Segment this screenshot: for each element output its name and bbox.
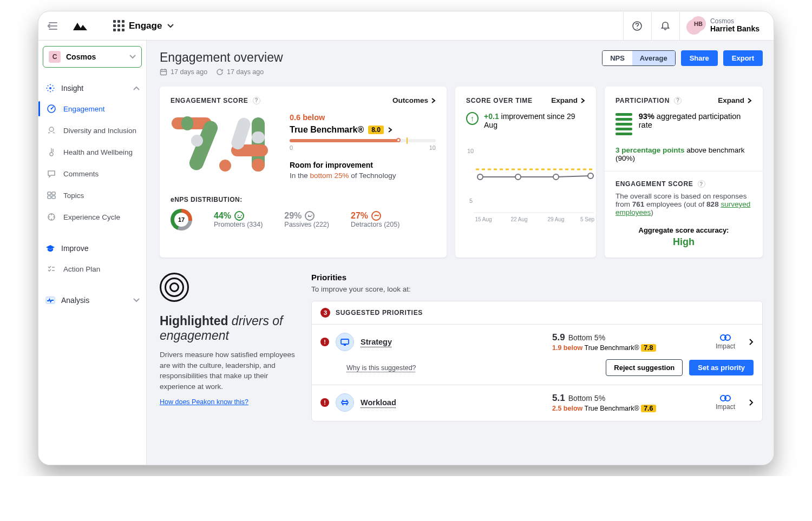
why-suggested-link[interactable]: Why is this suggested? bbox=[346, 364, 416, 372]
svg-rect-23 bbox=[181, 116, 193, 130]
svg-rect-44 bbox=[341, 339, 349, 344]
svg-point-12 bbox=[51, 108, 53, 110]
sidebar-item-label: Engagement bbox=[63, 105, 105, 113]
svg-rect-21 bbox=[161, 70, 167, 75]
svg-point-38 bbox=[588, 173, 593, 179]
svg-rect-17 bbox=[48, 196, 51, 199]
share-button[interactable]: Share bbox=[681, 50, 718, 66]
svg-point-2 bbox=[49, 87, 51, 89]
room-text: In the bottom 25% of Technology bbox=[290, 172, 436, 180]
svg-point-1 bbox=[637, 28, 638, 29]
smile-face-icon bbox=[234, 211, 244, 221]
accuracy-label: Aggregate score accuracy: bbox=[615, 226, 752, 234]
priority-score: 5.9Bottom 5% 1.9 below True Benchmark® 7… bbox=[552, 332, 698, 352]
sidebar-section-improve[interactable]: Improve bbox=[43, 239, 142, 258]
svg-text:5 Sep: 5 Sep bbox=[580, 216, 595, 222]
meta-refresh: 17 days ago bbox=[216, 68, 264, 76]
drivers-heading: Highlighted drivers of engagement bbox=[160, 314, 300, 343]
sidebar-item-engagement[interactable]: Engagement bbox=[43, 98, 142, 120]
sidebar-item-label: Comments bbox=[63, 170, 99, 178]
sidebar-item-label: Diversity and Inclusion bbox=[63, 127, 136, 135]
sidebar-item-topics[interactable]: Topics bbox=[43, 184, 142, 206]
priority-name-link[interactable]: Workload bbox=[361, 398, 396, 407]
topics-icon bbox=[46, 190, 57, 201]
main-content: Engagement overview 17 days ago 17 days … bbox=[147, 41, 774, 465]
improvement-text: +0.1 improvement since 29 Aug bbox=[484, 112, 585, 129]
page-title: Engagement overview bbox=[160, 50, 283, 65]
suggested-count-badge: 3 bbox=[320, 308, 330, 318]
chevron-down-icon bbox=[167, 24, 174, 28]
svg-rect-25 bbox=[191, 135, 203, 147]
participation-rate: 93% aggregated participation rate bbox=[639, 112, 752, 129]
sidebar-item-health[interactable]: Health and Wellbeing bbox=[43, 141, 142, 163]
how-does-peakon-know-link[interactable]: How does Peakon know this? bbox=[160, 398, 248, 406]
svg-rect-18 bbox=[52, 196, 55, 199]
svg-point-4 bbox=[50, 91, 51, 93]
neutral-face-icon bbox=[305, 211, 315, 221]
svg-point-3 bbox=[50, 84, 51, 85]
toggle-average[interactable]: Average bbox=[632, 51, 675, 65]
score-over-time-chart: 10 5 15 Aug 22 Aug 29 Aug bbox=[466, 143, 596, 225]
product-logo-icon bbox=[70, 16, 90, 36]
svg-rect-16 bbox=[52, 192, 55, 195]
sparkle-icon bbox=[45, 83, 56, 94]
chevron-right-icon[interactable] bbox=[749, 339, 754, 345]
app-name: Engage bbox=[129, 21, 162, 31]
enps-label: eNPS DISTRIBUTION: bbox=[171, 196, 436, 203]
outcomes-link[interactable]: Outcomes bbox=[392, 96, 436, 104]
detractors-label: Detractors (205) bbox=[351, 221, 400, 228]
org-selector[interactable]: C Cosmos bbox=[43, 46, 142, 68]
chevron-right-icon[interactable] bbox=[749, 399, 754, 406]
svg-text:29 Aug: 29 Aug bbox=[547, 216, 564, 222]
cycle-icon bbox=[46, 212, 57, 222]
help-icon[interactable]: ? bbox=[253, 97, 260, 104]
sidebar-item-diversity[interactable]: Diversity and Inclusion bbox=[43, 120, 142, 141]
export-button[interactable]: Export bbox=[723, 50, 763, 66]
svg-point-13 bbox=[49, 127, 54, 131]
org-name: Cosmos bbox=[66, 52, 96, 61]
svg-point-5 bbox=[47, 88, 48, 89]
sidebar-section-insight[interactable]: Insight bbox=[43, 78, 142, 98]
sidebar-item-action-plan[interactable]: Action Plan bbox=[43, 258, 142, 280]
avatar-icon: C HB bbox=[686, 16, 706, 36]
sidebar-section-analysis[interactable]: Analysis bbox=[43, 291, 142, 310]
svg-point-8 bbox=[53, 85, 54, 87]
expand-link[interactable]: Expand bbox=[551, 96, 585, 104]
user-menu[interactable]: C HB Cosmos Harriet Banks bbox=[679, 12, 766, 40]
svg-point-7 bbox=[48, 85, 49, 87]
benchmark-link[interactable]: True Benchmark® 8.0 bbox=[290, 125, 436, 135]
sidebar-item-comments[interactable]: Comments bbox=[43, 163, 142, 184]
help-icon[interactable]: ? bbox=[674, 97, 682, 104]
suggested-label: SUGGESTED PRIORITIES bbox=[336, 309, 423, 316]
sidebar-item-label: Health and Wellbeing bbox=[63, 148, 133, 156]
chevron-up-icon bbox=[133, 86, 140, 90]
notifications-button[interactable] bbox=[651, 12, 679, 40]
help-button[interactable] bbox=[623, 12, 651, 40]
svg-rect-15 bbox=[48, 192, 51, 195]
svg-point-14 bbox=[50, 153, 53, 156]
alert-icon: ! bbox=[320, 398, 329, 407]
checklist-icon bbox=[46, 263, 57, 274]
room-heading: Room for improvement bbox=[290, 161, 436, 169]
bullseye-icon bbox=[160, 273, 189, 302]
set-as-priority-button[interactable]: Set as priority bbox=[689, 360, 754, 375]
expand-link[interactable]: Expand bbox=[718, 96, 752, 104]
collapse-sidebar-button[interactable] bbox=[44, 17, 62, 35]
svg-point-35 bbox=[477, 174, 483, 180]
priority-name-link[interactable]: Strategy bbox=[361, 338, 392, 346]
help-icon[interactable]: ? bbox=[698, 180, 705, 188]
sidebar-item-experience[interactable]: Experience Cycle bbox=[43, 206, 142, 228]
sidebar: C Cosmos Insight bbox=[38, 41, 147, 465]
toggle-nps[interactable]: NPS bbox=[603, 51, 632, 65]
accuracy-value: High bbox=[615, 236, 752, 248]
user-name: Harriet Banks bbox=[710, 25, 759, 33]
app-switcher[interactable]: Engage bbox=[113, 20, 174, 31]
globe-hands-icon bbox=[46, 125, 57, 136]
card-title: SCORE OVER TIME bbox=[466, 97, 533, 104]
svg-rect-30 bbox=[252, 131, 265, 143]
reject-suggestion-button[interactable]: Reject suggestion bbox=[606, 359, 683, 376]
strategy-icon bbox=[336, 333, 354, 351]
impact-indicator: Impact bbox=[716, 334, 735, 350]
drivers-description: Drivers measure how satisfied employees … bbox=[160, 349, 300, 392]
priority-row: ! Strategy 5.9Bottom 5% 1.9 below True B… bbox=[312, 325, 762, 385]
